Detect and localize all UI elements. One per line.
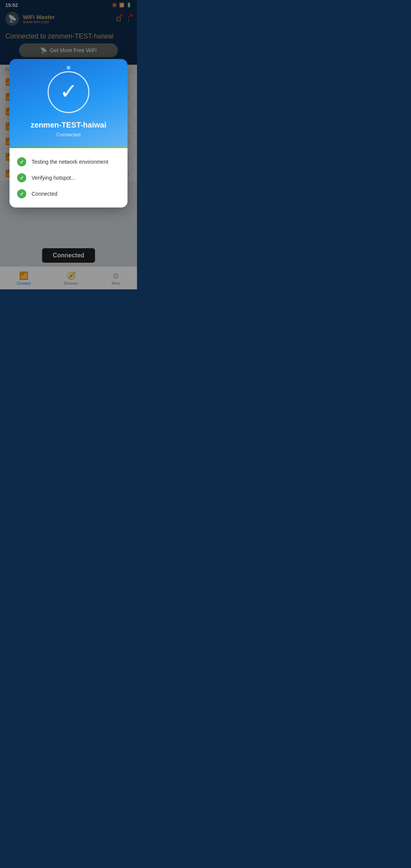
check-text-hotspot: Verifying hotspot... — [32, 175, 75, 181]
connection-modal: ✓ zenmen-TEST-haiwai Connected Testing t… — [10, 59, 127, 207]
check-item-connected: Connected — [17, 189, 120, 198]
modal-bottom: Testing the network environment Verifyin… — [10, 148, 127, 207]
modal-wifi-name: zenmen-TEST-haiwai — [31, 121, 107, 129]
modal-overlay: ✓ zenmen-TEST-haiwai Connected Testing t… — [0, 0, 137, 289]
modal-top: ✓ zenmen-TEST-haiwai Connected — [10, 59, 127, 148]
check-item-hotspot: Verifying hotspot... — [17, 173, 120, 182]
check-text-network: Testing the network environment — [32, 159, 108, 165]
checkmark-circle: ✓ — [48, 71, 89, 113]
check-item-network: Testing the network environment — [17, 157, 120, 166]
check-icon-connected — [17, 189, 26, 198]
check-text-connected: Connected — [32, 191, 57, 197]
modal-connected-label: Connected — [57, 132, 81, 137]
check-icon-network — [17, 157, 26, 166]
check-icon-hotspot — [17, 173, 26, 182]
modal-decoration — [67, 66, 70, 70]
checkmark-icon: ✓ — [60, 81, 78, 102]
